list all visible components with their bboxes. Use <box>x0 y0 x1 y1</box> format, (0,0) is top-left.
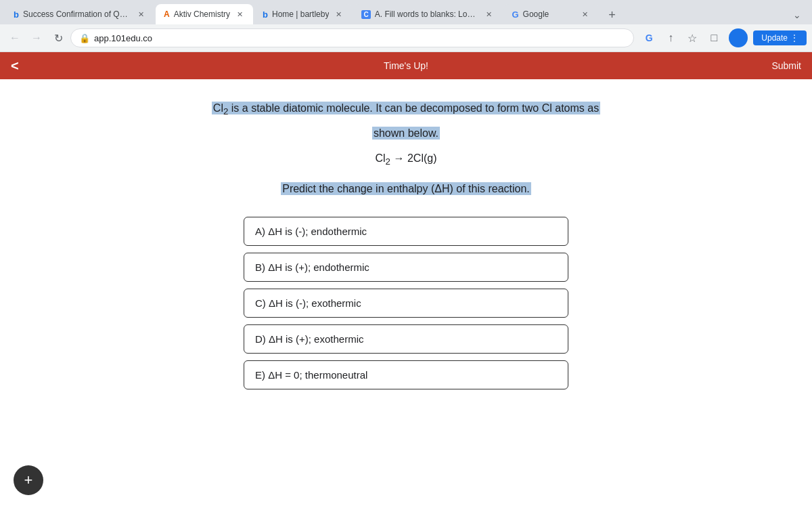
tab5-label: Google <box>523 9 576 19</box>
update-button[interactable]: Update ⋮ <box>753 30 807 45</box>
tab-success-confirmation[interactable]: b Success Confirmation of Ques ✕ <box>5 4 154 24</box>
tab1-label: Success Confirmation of Ques <box>23 9 131 19</box>
tab3-label: Home | bartleby <box>272 9 330 19</box>
new-tab-button[interactable]: + <box>602 5 621 24</box>
avatar[interactable] <box>729 28 748 47</box>
page-content: < Time's Up! Submit Cl2 is a stable diat… <box>0 52 812 508</box>
answer-option-e[interactable]: E) ΔH = 0; thermoneutral <box>244 360 568 389</box>
tab3-close-icon[interactable]: ✕ <box>333 9 344 20</box>
predict-highlight: Predict the change in enthalpy (ΔH) of t… <box>281 182 531 195</box>
refresh-nav-button[interactable]: ↻ <box>49 28 68 47</box>
more-tabs-icon[interactable]: ⌄ <box>788 5 807 24</box>
update-chevron-icon: ⋮ <box>790 33 798 43</box>
answer-option-b[interactable]: B) ΔH is (+); endothermic <box>244 253 568 282</box>
browser-chrome: b Success Confirmation of Ques ✕ A Aktiv… <box>0 0 812 52</box>
tab4-label: A. Fill words to blanks: Longe <box>375 9 480 19</box>
question-highlight-1: Cl2 is a stable diatomic molecule. It ca… <box>212 102 600 114</box>
timer-text: Time's Up! <box>384 60 428 71</box>
tab4-favicon: C <box>361 10 370 19</box>
tab1-favicon: b <box>14 9 19 20</box>
question-area: Cl2 is a stable diatomic molecule. It ca… <box>102 79 710 410</box>
update-label: Update <box>761 33 788 43</box>
share-icon[interactable]: ↑ <box>661 28 680 47</box>
answer-option-a[interactable]: A) ΔH is (-); endothermic <box>244 217 568 246</box>
tab-bartleby[interactable]: b Home | bartleby ✕ <box>254 4 352 24</box>
extension-icon[interactable]: □ <box>704 28 723 47</box>
tab-google[interactable]: G Google ✕ <box>503 4 598 24</box>
predict-text: Predict the change in enthalpy (ΔH) of t… <box>129 183 683 195</box>
address-bar-row: ← → ↻ 🔒 app.101edu.co G ↑ ☆ □ Update ⋮ <box>0 24 812 51</box>
browser-actions: G ↑ ☆ □ Update ⋮ <box>639 28 807 47</box>
tab4-close-icon[interactable]: ✕ <box>483 9 494 20</box>
answer-options: A) ΔH is (-); endothermic B) ΔH is (+); … <box>244 217 568 389</box>
tab-bar: b Success Confirmation of Ques ✕ A Aktiv… <box>0 0 812 24</box>
answer-option-c[interactable]: C) ΔH is (-); exothermic <box>244 289 568 318</box>
question-text-line2: shown below. <box>129 125 683 142</box>
tab1-close-icon[interactable]: ✕ <box>135 9 146 20</box>
top-banner: < Time's Up! Submit <box>0 52 812 79</box>
address-bar[interactable]: 🔒 app.101edu.co <box>70 28 634 47</box>
forward-nav-button[interactable]: → <box>27 28 46 47</box>
back-nav-button[interactable]: ← <box>5 28 24 47</box>
plus-button[interactable]: + <box>14 465 43 495</box>
question-text-line1: Cl2 is a stable diatomic molecule. It ca… <box>129 100 683 119</box>
question-highlight-2: shown below. <box>372 127 440 140</box>
tab2-favicon: A <box>164 9 170 19</box>
reaction-equation: Cl2 → 2Cl(g) <box>129 152 683 167</box>
tab2-close-icon[interactable]: ✕ <box>234 9 245 20</box>
tab5-close-icon[interactable]: ✕ <box>579 9 590 20</box>
lock-icon: 🔒 <box>79 33 90 43</box>
tab3-favicon: b <box>263 9 268 20</box>
tab-aktiv-chemistry[interactable]: A Aktiv Chemistry ✕ <box>156 4 253 24</box>
submit-button[interactable]: Submit <box>771 60 801 71</box>
url-text: app.101edu.co <box>94 33 625 43</box>
tab2-label: Aktiv Chemistry <box>174 9 230 19</box>
back-button[interactable]: < <box>11 58 19 74</box>
google-account-icon[interactable]: G <box>639 28 658 47</box>
answer-option-d[interactable]: D) ΔH is (+); exothermic <box>244 324 568 354</box>
bookmark-icon[interactable]: ☆ <box>683 28 702 47</box>
tab5-favicon: G <box>512 9 518 20</box>
tab-fill-words[interactable]: C A. Fill words to blanks: Longe ✕ <box>353 4 502 24</box>
